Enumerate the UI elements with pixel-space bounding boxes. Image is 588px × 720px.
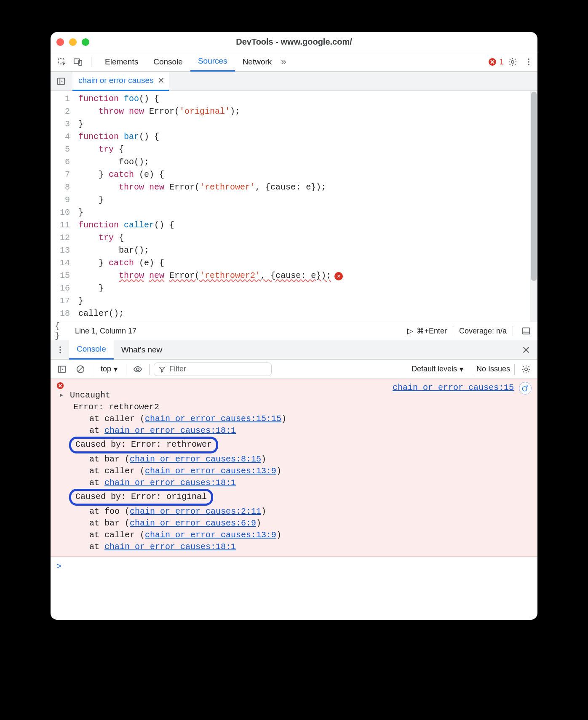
code-line[interactable]: }: [75, 295, 537, 307]
main-toolbar: ElementsConsoleSourcesNetwork » 1: [51, 52, 537, 72]
console-toolbar: top ▾ Filter Default levels ▾ No Issues: [51, 360, 537, 379]
console-line: at chain or error causes:18:1: [56, 541, 532, 553]
console-line: at caller (chain or error causes:15:15): [56, 413, 532, 425]
code-area[interactable]: function foo() { throw new Error('origin…: [75, 91, 537, 322]
svg-point-22: [527, 386, 528, 387]
code-line[interactable]: function caller() {: [75, 219, 537, 232]
stack-link[interactable]: chain or error causes:18:1: [104, 478, 236, 488]
code-line[interactable]: }: [75, 282, 537, 295]
live-expression-icon[interactable]: [131, 362, 145, 376]
console-line: Caused by: Error: rethrower: [56, 437, 532, 453]
code-line[interactable]: } catch (e) {: [75, 168, 537, 181]
window-title: DevTools - www.google.com/: [51, 37, 537, 47]
code-line[interactable]: function bar() {: [75, 131, 537, 143]
code-line[interactable]: bar();: [75, 244, 537, 257]
context-selector[interactable]: top ▾: [96, 363, 122, 376]
scrollbar-thumb[interactable]: [531, 92, 537, 281]
issues-label[interactable]: No Issues: [476, 365, 510, 373]
code-line[interactable]: try {: [75, 143, 537, 156]
svg-rect-10: [523, 328, 530, 334]
filter-input[interactable]: Filter: [154, 363, 272, 376]
expand-icon[interactable]: ▸: [59, 389, 64, 401]
levels-selector[interactable]: Default levels ▾: [407, 363, 468, 376]
code-line[interactable]: }: [75, 194, 537, 206]
code-editor[interactable]: 123456789101112131415161718 function foo…: [51, 91, 537, 322]
navigator-toggle-icon[interactable]: [54, 74, 68, 88]
stack-link[interactable]: chain or error causes:18:1: [104, 426, 236, 435]
prompt-icon: >: [56, 561, 61, 573]
drawer-close-icon[interactable]: [521, 343, 535, 357]
code-line[interactable]: try {: [75, 232, 537, 244]
error-count[interactable]: 1: [488, 57, 504, 67]
inline-error-icon[interactable]: ✕: [334, 272, 343, 280]
stack-link[interactable]: chain or error causes:18:1: [104, 542, 236, 552]
svg-point-21: [522, 387, 527, 391]
drawer-tabs: ConsoleWhat's new: [51, 340, 537, 360]
device-toggle-icon[interactable]: [71, 55, 85, 69]
code-line[interactable]: throw new Error('original');: [75, 105, 537, 118]
source-link[interactable]: chain or error causes:15: [393, 382, 514, 394]
console-line: at caller (chain or error causes:13:9): [56, 529, 532, 541]
stack-link[interactable]: chain or error causes:15:15: [145, 414, 281, 424]
stack-link[interactable]: chain or error causes:13:9: [145, 466, 276, 476]
console-settings-icon[interactable]: [519, 362, 533, 376]
close-file-tab-icon[interactable]: ✕: [158, 75, 165, 85]
code-line[interactable]: throw new Error('rethrower', {cause: e})…: [75, 181, 537, 194]
console-line: at chain or error causes:18:1: [56, 425, 532, 437]
run-shortcut: ⌘+Enter: [417, 326, 447, 336]
pretty-print-icon[interactable]: { }: [55, 324, 69, 338]
error-count-value: 1: [499, 57, 504, 67]
code-line[interactable]: }: [75, 118, 537, 131]
svg-point-4: [511, 60, 514, 63]
run-icon[interactable]: ▷: [407, 326, 413, 336]
console-sidebar-icon[interactable]: [55, 362, 69, 376]
more-tabs-icon[interactable]: »: [281, 56, 286, 67]
svg-point-20: [525, 368, 527, 370]
code-line[interactable]: function foo() {: [75, 93, 537, 105]
kebab-menu-icon[interactable]: [521, 55, 536, 69]
tab-sources[interactable]: Sources: [190, 52, 235, 72]
console-prompt[interactable]: >: [51, 557, 537, 577]
svg-point-13: [59, 349, 61, 351]
settings-icon[interactable]: [505, 55, 520, 69]
line-gutter: 123456789101112131415161718: [51, 91, 75, 322]
stack-link[interactable]: chain or error causes:6:9: [130, 518, 256, 528]
clear-console-icon[interactable]: [73, 362, 88, 376]
drawer-tab-what-s-new[interactable]: What's new: [114, 340, 170, 360]
tab-elements[interactable]: Elements: [97, 52, 146, 72]
filter-icon: [158, 365, 166, 373]
code-line[interactable]: } catch (e) {: [75, 257, 537, 269]
svg-line-18: [78, 366, 83, 372]
code-line[interactable]: }: [75, 206, 537, 219]
drawer-tab-console[interactable]: Console: [69, 340, 114, 360]
tab-console[interactable]: Console: [146, 52, 190, 72]
stack-link[interactable]: chain or error causes:2:11: [130, 507, 261, 516]
console-line: at foo (chain or error causes:2:11): [56, 506, 532, 517]
code-line[interactable]: caller();: [75, 307, 537, 320]
inspect-icon[interactable]: [55, 55, 69, 69]
svg-point-14: [59, 352, 61, 353]
editor-status-bar: { } Line 1, Column 17 ▷ ⌘+Enter Coverage…: [51, 322, 537, 340]
file-tab[interactable]: chain or error causes ✕: [72, 72, 169, 91]
console-error-message[interactable]: chain or error causes:15 ▸ UncaughtError…: [51, 379, 537, 557]
console-line: at chain or error causes:18:1: [56, 477, 532, 489]
main-tabs: ElementsConsoleSourcesNetwork: [97, 52, 279, 72]
code-line[interactable]: foo();: [75, 156, 537, 168]
debugger-toggle-icon[interactable]: [519, 324, 533, 338]
console-line: at bar (chain or error causes:8:15): [56, 453, 532, 465]
console-line: Error: rethrower2: [56, 401, 532, 413]
stack-link[interactable]: chain or error causes:13:9: [145, 530, 276, 540]
svg-point-19: [136, 368, 139, 370]
devtools-window: DevTools - www.google.com/ ElementsConso…: [51, 32, 537, 620]
editor-scrollbar[interactable]: [530, 91, 537, 322]
drawer-kebab-icon[interactable]: [53, 343, 67, 357]
tab-network[interactable]: Network: [235, 52, 280, 72]
code-line[interactable]: throw new Error('rethrower2', {cause: e}…: [75, 269, 537, 282]
window-titlebar: DevTools - www.google.com/: [51, 32, 537, 52]
svg-rect-15: [59, 366, 66, 372]
file-tab-bar: chain or error causes ✕: [51, 72, 537, 91]
explain-ai-icon[interactable]: [519, 382, 532, 395]
stack-link[interactable]: chain or error causes:8:15: [130, 454, 261, 464]
coverage-label: Coverage: n/a: [459, 327, 507, 336]
svg-point-6: [528, 61, 529, 63]
